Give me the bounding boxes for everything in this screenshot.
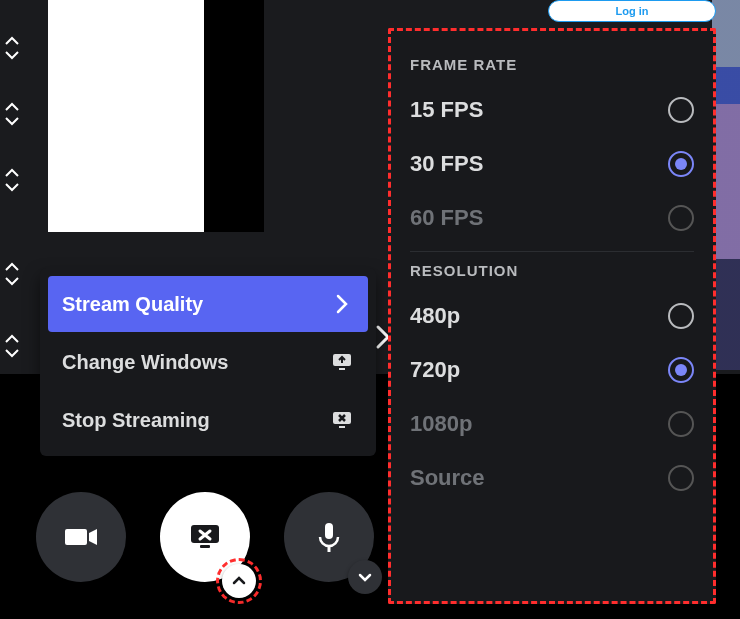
option-480p[interactable]: 480p (410, 289, 694, 343)
scroll-arrows[interactable] (4, 36, 20, 60)
menu-item-label: Change Windows (62, 351, 228, 374)
svg-rect-7 (328, 546, 331, 552)
option-720p[interactable]: 720p (410, 343, 694, 397)
svg-rect-1 (339, 368, 345, 370)
menu-item-change-windows[interactable]: Change Windows (48, 334, 368, 390)
radio-icon (668, 205, 694, 231)
chevron-down-icon (4, 348, 20, 358)
option-60fps[interactable]: 60 FPS (410, 191, 694, 245)
chevron-right-icon (330, 292, 354, 316)
resolution-title: RESOLUTION (410, 262, 694, 279)
radio-icon (668, 97, 694, 123)
scroll-arrows[interactable] (4, 334, 20, 358)
screen-share-active-icon (185, 517, 225, 557)
chevron-down-icon (4, 116, 20, 126)
scroll-arrows[interactable] (4, 168, 20, 192)
chevron-up-icon (231, 573, 247, 589)
svg-rect-3 (339, 426, 345, 428)
svg-rect-5 (200, 545, 210, 548)
scroll-arrows[interactable] (4, 102, 20, 126)
menu-item-stop-streaming[interactable]: Stop Streaming (48, 392, 368, 448)
svg-rect-6 (325, 523, 333, 539)
login-button[interactable]: Log in (548, 0, 716, 22)
background-right-blur (712, 0, 740, 370)
chevron-up-icon (4, 168, 20, 178)
background-white-panel (48, 0, 204, 232)
chevron-down-icon (4, 50, 20, 60)
option-15fps[interactable]: 15 FPS (410, 83, 694, 137)
option-1080p[interactable]: 1080p (410, 397, 694, 451)
stream-context-menu: Stream Quality Change Windows Stop Strea… (40, 268, 376, 456)
chevron-down-icon (4, 182, 20, 192)
divider (410, 251, 694, 252)
option-label: Source (410, 465, 485, 491)
stop-stream-icon (330, 408, 354, 432)
chevron-up-icon (4, 102, 20, 112)
camera-icon (61, 517, 101, 557)
menu-item-label: Stream Quality (62, 293, 203, 316)
login-label: Log in (616, 5, 649, 17)
screen-share-options-button[interactable] (222, 564, 256, 598)
screen-share-icon (330, 350, 354, 374)
chevron-down-icon (357, 569, 373, 585)
radio-icon (668, 411, 694, 437)
radio-icon (668, 303, 694, 329)
frame-rate-title: FRAME RATE (410, 56, 694, 73)
option-label: 720p (410, 357, 460, 383)
radio-selected-icon (668, 151, 694, 177)
option-30fps[interactable]: 30 FPS (410, 137, 694, 191)
chevron-up-icon (4, 262, 20, 272)
microphone-icon (309, 517, 349, 557)
camera-button[interactable] (36, 492, 126, 582)
menu-item-stream-quality[interactable]: Stream Quality (48, 276, 368, 332)
microphone-options-button[interactable] (348, 560, 382, 594)
radio-icon (668, 465, 694, 491)
option-label: 60 FPS (410, 205, 483, 231)
background-black-gap (204, 0, 264, 232)
menu-item-label: Stop Streaming (62, 409, 210, 432)
option-label: 1080p (410, 411, 472, 437)
scroll-arrows[interactable] (4, 262, 20, 286)
option-label: 480p (410, 303, 460, 329)
chevron-up-icon (4, 334, 20, 344)
option-label: 30 FPS (410, 151, 483, 177)
option-source[interactable]: Source (410, 451, 694, 505)
radio-selected-icon (668, 357, 694, 383)
chevron-down-icon (4, 276, 20, 286)
chevron-up-icon (4, 36, 20, 46)
stream-quality-panel: FRAME RATE 15 FPS 30 FPS 60 FPS RESOLUTI… (388, 28, 716, 604)
option-label: 15 FPS (410, 97, 483, 123)
